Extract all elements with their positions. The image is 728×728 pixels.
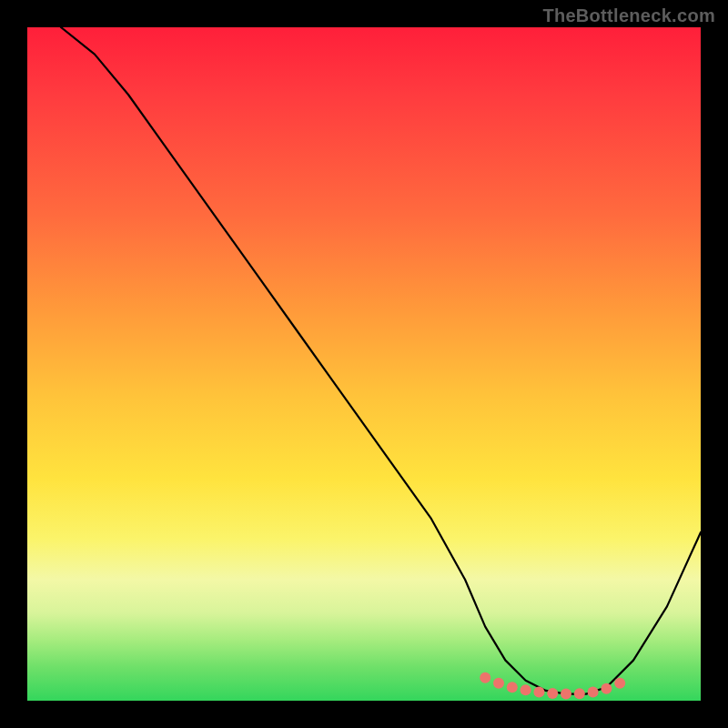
bottleneck-curve — [61, 27, 701, 694]
optimal-dot — [507, 682, 518, 693]
optimal-dot — [561, 689, 571, 700]
chart-frame: TheBottleneck.com — [0, 0, 728, 728]
optimal-dot — [480, 672, 490, 683]
optimal-dot — [493, 678, 504, 689]
optimal-dot — [574, 688, 585, 699]
curve-layer — [27, 27, 701, 701]
watermark-text: TheBottleneck.com — [542, 5, 715, 26]
optimal-dot — [588, 686, 599, 697]
optimal-dot — [547, 688, 558, 699]
plot-area — [27, 27, 701, 701]
optimal-dot — [533, 686, 544, 697]
optimal-dot — [614, 678, 625, 689]
optimal-range-markers — [480, 672, 625, 700]
optimal-dot — [521, 684, 531, 695]
optimal-dot — [601, 683, 612, 694]
